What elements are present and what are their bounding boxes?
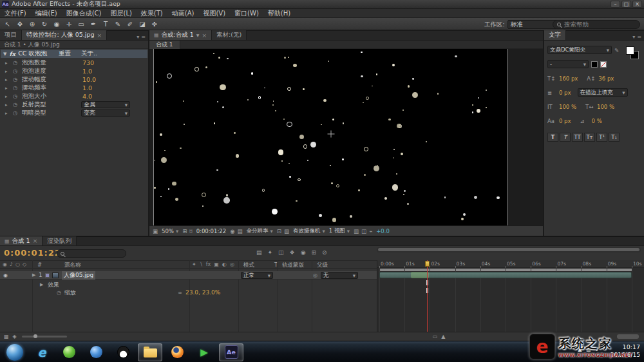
solo-icon[interactable]: ○ <box>15 262 20 267</box>
superscript-button[interactable]: T¹ <box>596 133 607 142</box>
selection-tool-icon[interactable]: ↖ <box>3 19 13 29</box>
pickwhip-icon[interactable]: ◎ <box>313 271 317 280</box>
expand-layers-icon[interactable]: ▦ <box>4 334 9 339</box>
column-mode[interactable]: 模式 <box>243 262 254 269</box>
mask-shape-tool-icon[interactable]: ▭ <box>76 19 86 29</box>
panel-menu-icon[interactable]: ≡ <box>141 34 146 40</box>
clone-stamp-tool-icon[interactable]: ✐ <box>125 19 135 29</box>
snapshot-icon[interactable]: ◉ <box>230 228 234 234</box>
stopwatch-icon[interactable]: ◷ <box>57 289 61 297</box>
close-icon[interactable]: × <box>33 238 38 244</box>
comp-timecode[interactable]: 0:00:01:22 <box>196 228 226 234</box>
close-button[interactable]: × <box>632 1 642 8</box>
scale-property-row[interactable]: ◷ 缩放 ∞ 23.0, 23.0% <box>0 289 377 297</box>
property-dropdown[interactable]: 金属▼ <box>81 101 130 108</box>
property-value[interactable]: 730 <box>82 59 94 66</box>
frame-blend-switch-icon[interactable]: ▣ <box>214 262 219 267</box>
video-eye-icon[interactable]: ◉ <box>3 262 7 267</box>
expander-icon[interactable]: ▸ <box>5 61 10 66</box>
pixel-aspect-icon[interactable]: ▥ <box>354 228 359 234</box>
media-player-taskbar-button[interactable]: ▶ <box>192 343 216 361</box>
expander-icon[interactable]: ▸ <box>5 86 10 91</box>
magnification-icon[interactable]: ▣ <box>153 228 158 234</box>
quality-icon[interactable]: ✦ <box>192 262 196 267</box>
menu-item-4[interactable]: 效果(T) <box>137 9 167 18</box>
zoom-in-icon[interactable]: ▲ <box>441 334 445 339</box>
faux-italic-button[interactable]: T <box>560 133 571 142</box>
menu-item-1[interactable]: 编辑(E) <box>31 9 62 18</box>
property-value[interactable]: 1.0 <box>82 84 92 91</box>
property-value[interactable]: 4.0 <box>82 93 92 100</box>
chevron-down-icon[interactable]: ▼ <box>196 33 200 37</box>
firefox-taskbar-button[interactable] <box>165 343 189 361</box>
close-icon[interactable]: × <box>202 32 207 39</box>
audio-icon[interactable]: ♪ <box>10 262 13 267</box>
hand-tool-icon[interactable]: ✥ <box>15 19 25 29</box>
eyedropper-icon[interactable]: ✎ <box>614 47 623 53</box>
menu-item-3[interactable]: 图层(L) <box>106 9 136 18</box>
timeline-zoom-slider[interactable] <box>22 336 67 338</box>
font-style-dropdown[interactable]: - ▼ <box>547 60 589 68</box>
expander-icon[interactable]: ▸ <box>5 111 10 116</box>
eye-icon[interactable]: ◉ <box>3 271 8 280</box>
expander-icon[interactable]: ▸ <box>5 102 10 108</box>
timeline-button-icon[interactable]: ⌁ <box>369 228 372 234</box>
column-track-matte[interactable]: 轨道蒙版 <box>282 262 304 269</box>
frame-blend-icon[interactable]: ❖ <box>290 249 295 256</box>
transparency-grid-icon[interactable]: ▧ <box>284 228 289 234</box>
fill-color-swatch[interactable] <box>626 46 634 55</box>
menu-item-7[interactable]: 窗口(W) <box>230 9 263 18</box>
effect-header-row[interactable]: ▼ fx CC 吹泡泡 重置 关于.. <box>1 50 147 58</box>
explorer-folder-taskbar-button[interactable] <box>138 343 162 361</box>
grid-options-icon[interactable]: ⊞ <box>182 228 187 234</box>
property-dropdown[interactable]: 变亮▼ <box>81 110 130 117</box>
layer-row[interactable]: ◉ ▶ 1 人像05.jpg 正常 ▼ ◎ 无 ▼ <box>0 271 377 280</box>
mini-flowchart-icon[interactable]: ▤ <box>256 249 262 256</box>
baseline-shift-value[interactable]: 0 px <box>559 118 571 124</box>
lock-icon[interactable]: ◇ <box>23 262 26 267</box>
expander-icon[interactable]: ▼ <box>3 52 6 57</box>
about-button[interactable]: 关于.. <box>81 50 97 58</box>
leading-value[interactable]: 36 px <box>598 75 614 82</box>
current-time-indicator[interactable] <box>425 261 430 267</box>
parent-dropdown[interactable]: 无 ▼ <box>321 272 358 279</box>
panel-caret-icon[interactable]: ▾ <box>137 34 139 40</box>
hide-shy-icon[interactable]: ◫ <box>278 249 284 256</box>
tab-character[interactable]: 文字 <box>544 30 566 40</box>
draft-3d-icon[interactable]: ✦ <box>268 249 273 256</box>
eraser-tool-icon[interactable]: ◪ <box>137 19 147 29</box>
composition-viewer[interactable] <box>149 49 543 225</box>
pen-tool-icon[interactable]: ✒ <box>88 19 99 29</box>
stopwatch-icon[interactable]: ◷ <box>13 110 19 116</box>
horizontal-scale-value[interactable]: 100 % <box>597 104 614 110</box>
after-effects-taskbar-button[interactable]: Ae <box>219 343 243 361</box>
stopwatch-icon[interactable]: ◷ <box>13 85 19 91</box>
expander-icon[interactable]: ▸ <box>5 77 10 82</box>
scale-value[interactable]: 23.0, 23.0% <box>185 289 220 297</box>
font-size-value[interactable]: 160 px <box>559 75 578 82</box>
timeline-search-input[interactable] <box>57 249 126 258</box>
time-ruler[interactable]: 0:00s01s02s03s04s05s06s07s08s09s10s <box>377 260 644 268</box>
tab-project[interactable]: 项目 <box>0 30 22 40</box>
close-icon[interactable]: × <box>97 32 102 39</box>
column-parent[interactable]: 父级 <box>317 262 328 269</box>
expander-icon[interactable]: ▶ <box>32 271 35 280</box>
fast-preview-icon[interactable]: ◫ <box>361 228 366 234</box>
motion-blur-switch-icon[interactable]: ◐ <box>222 262 227 267</box>
menu-item-5[interactable]: 动画(A) <box>167 9 199 18</box>
tab-timeline-comp[interactable]: ▦ 合成 1 × <box>0 236 43 245</box>
stopwatch-icon[interactable]: ◷ <box>13 102 19 108</box>
motion-blur-icon[interactable]: ◉ <box>301 249 306 256</box>
view-layout-dropdown[interactable]: 1 视图 ▼ <box>329 227 350 235</box>
menu-item-2[interactable]: 图像合成(C) <box>62 9 106 18</box>
camera-tool-icon[interactable]: ◉ <box>52 19 62 29</box>
resolution-dropdown[interactable]: 全分辨率 ▼ <box>247 227 273 235</box>
layer-name[interactable]: 人像05.jpg <box>62 271 95 280</box>
label-color-chip[interactable] <box>45 273 50 278</box>
timeline-track-area[interactable]: 0:00s01s02s03s04s05s06s07s08s09s10s <box>377 260 644 332</box>
comp-marker-icon[interactable]: ▭ <box>433 334 438 339</box>
rotation-tool-icon[interactable]: ↻ <box>39 19 50 29</box>
region-of-interest-icon[interactable]: ⊡ <box>277 228 281 234</box>
stroke-width-value[interactable]: 0 px <box>559 90 571 96</box>
column-source-name[interactable]: 源名称 <box>64 262 81 269</box>
